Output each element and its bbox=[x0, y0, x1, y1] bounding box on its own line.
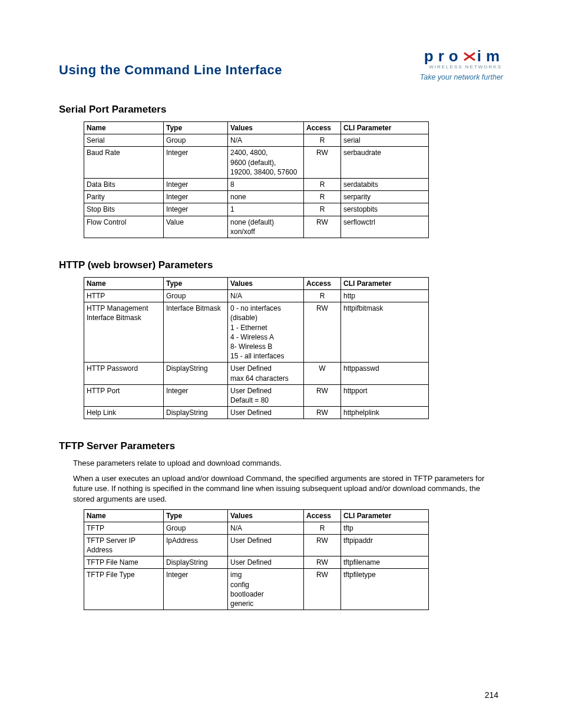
parameter-table: NameTypeValuesAccessCLI ParameterSerialG… bbox=[84, 121, 429, 238]
cell-cli: httpifbitmask bbox=[341, 302, 429, 363]
table-row: Stop BitsInteger1Rserstopbits bbox=[84, 203, 429, 216]
logo: proim WIRELESS NETWORKS Take your networ… bbox=[420, 47, 503, 81]
cell-type: DisplayString bbox=[164, 363, 228, 384]
cell-access: RW bbox=[304, 556, 341, 569]
cell-values: 0 - no interfaces (disable)1 - Ethernet4… bbox=[228, 302, 304, 363]
column-header-cli: CLI Parameter bbox=[341, 509, 429, 522]
cell-name: Parity bbox=[84, 191, 164, 203]
cell-cli: serdatabits bbox=[341, 178, 429, 190]
cell-cli: serstopbits bbox=[341, 203, 429, 216]
cell-values: N/A bbox=[228, 522, 304, 534]
cell-name: TFTP bbox=[84, 522, 164, 534]
cell-values: none bbox=[228, 191, 304, 203]
column-header-values: Values bbox=[228, 509, 304, 522]
section-title: TFTP Server Parameters bbox=[59, 440, 503, 452]
page-number: 214 bbox=[485, 690, 498, 700]
cell-access: R bbox=[304, 134, 341, 147]
table-row: SerialGroupN/ARserial bbox=[84, 134, 429, 147]
table-row: Data BitsInteger8Rserdatabits bbox=[84, 178, 429, 190]
cell-access: W bbox=[304, 363, 341, 384]
section: HTTP (web browser) ParametersNameTypeVal… bbox=[59, 259, 503, 419]
cell-type: IpAddress bbox=[164, 534, 228, 556]
table-row: HTTP PortIntegerUser DefinedDefault = 80… bbox=[84, 384, 429, 406]
column-header-name: Name bbox=[84, 277, 164, 289]
cell-name: Serial bbox=[84, 134, 164, 147]
table-row: Help LinkDisplayStringUser DefinedRWhttp… bbox=[84, 407, 429, 419]
cell-cli: http bbox=[341, 290, 429, 302]
table-row: HTTPGroupN/ARhttp bbox=[84, 290, 429, 302]
cell-access: RW bbox=[304, 384, 341, 406]
cell-name: TFTP File Type bbox=[84, 569, 164, 610]
cell-name: HTTP Management Interface Bitmask bbox=[84, 302, 164, 363]
cell-cli: serial bbox=[341, 134, 429, 147]
cell-access: RW bbox=[304, 534, 341, 556]
cell-name: TFTP Server IP Address bbox=[84, 534, 164, 556]
logo-tagline: Take your network further bbox=[420, 73, 503, 81]
cell-type: DisplayString bbox=[164, 556, 228, 569]
cell-type: Interface Bitmask bbox=[164, 302, 228, 363]
cell-name: TFTP File Name bbox=[84, 556, 164, 569]
cell-name: HTTP bbox=[84, 290, 164, 302]
column-header-access: Access bbox=[304, 122, 341, 134]
cell-type: Group bbox=[164, 134, 228, 147]
cell-values: N/A bbox=[228, 134, 304, 147]
logo-x-icon bbox=[463, 50, 476, 63]
cell-cli: tftp bbox=[341, 522, 429, 534]
cell-type: Integer bbox=[164, 569, 228, 610]
column-header-name: Name bbox=[84, 509, 164, 522]
cell-type: Integer bbox=[164, 384, 228, 406]
cell-type: DisplayString bbox=[164, 407, 228, 419]
page-title: Using the Command Line Interface bbox=[59, 47, 282, 78]
table-row: TFTP File TypeIntegerimgconfigbootloader… bbox=[84, 569, 429, 610]
column-header-type: Type bbox=[164, 509, 228, 522]
cell-access: R bbox=[304, 203, 341, 216]
cell-name: Data Bits bbox=[84, 178, 164, 190]
cell-values: imgconfigbootloadergeneric bbox=[228, 569, 304, 610]
cell-values: User DefinedDefault = 80 bbox=[228, 384, 304, 406]
cell-access: R bbox=[304, 178, 341, 190]
cell-type: Group bbox=[164, 522, 228, 534]
table-row: HTTP Management Interface BitmaskInterfa… bbox=[84, 302, 429, 363]
cell-cli: serbaudrate bbox=[341, 147, 429, 179]
cell-cli: serflowctrl bbox=[341, 216, 429, 238]
cell-access: R bbox=[304, 191, 341, 203]
cell-name: Baud Rate bbox=[84, 147, 164, 179]
cell-access: R bbox=[304, 290, 341, 302]
cell-type: Value bbox=[164, 216, 228, 238]
cell-values: 1 bbox=[228, 203, 304, 216]
cell-name: Flow Control bbox=[84, 216, 164, 238]
cell-access: RW bbox=[304, 302, 341, 363]
table-row: Flow ControlValuenone (default)xon/xoffR… bbox=[84, 216, 429, 238]
cell-cli: httpport bbox=[341, 384, 429, 406]
cell-access: RW bbox=[304, 147, 341, 179]
table-row: TFTPGroupN/ARtftp bbox=[84, 522, 429, 534]
cell-cli: httppasswd bbox=[341, 363, 429, 384]
cell-type: Group bbox=[164, 290, 228, 302]
section-paragraph: When a user executes an upload and/or do… bbox=[73, 473, 503, 505]
cell-cli: tftpipaddr bbox=[341, 534, 429, 556]
cell-values: 2400, 4800,9600 (default),19200, 38400, … bbox=[228, 147, 304, 179]
column-header-values: Values bbox=[228, 277, 304, 289]
table-row: ParityIntegernoneRserparity bbox=[84, 191, 429, 203]
cell-type: Integer bbox=[164, 147, 228, 179]
cell-access: RW bbox=[304, 407, 341, 419]
parameter-table: NameTypeValuesAccessCLI ParameterTFTPGro… bbox=[84, 509, 429, 611]
cell-type: Integer bbox=[164, 178, 228, 190]
cell-values: User Defined bbox=[228, 556, 304, 569]
page-header: Using the Command Line Interface proim W… bbox=[59, 47, 503, 81]
cell-name: HTTP Password bbox=[84, 363, 164, 384]
cell-type: Integer bbox=[164, 191, 228, 203]
column-header-type: Type bbox=[164, 122, 228, 134]
cell-values: 8 bbox=[228, 178, 304, 190]
table-row: HTTP PasswordDisplayStringUser Definedma… bbox=[84, 363, 429, 384]
column-header-values: Values bbox=[228, 122, 304, 134]
cell-access: RW bbox=[304, 569, 341, 610]
cell-cli: tftpfilename bbox=[341, 556, 429, 569]
column-header-cli: CLI Parameter bbox=[341, 277, 429, 289]
section-paragraph: These parameters relate to upload and do… bbox=[73, 458, 503, 469]
cell-name: HTTP Port bbox=[84, 384, 164, 406]
cell-values: N/A bbox=[228, 290, 304, 302]
cell-access: RW bbox=[304, 216, 341, 238]
cell-type: Integer bbox=[164, 203, 228, 216]
cell-cli: serparity bbox=[341, 191, 429, 203]
